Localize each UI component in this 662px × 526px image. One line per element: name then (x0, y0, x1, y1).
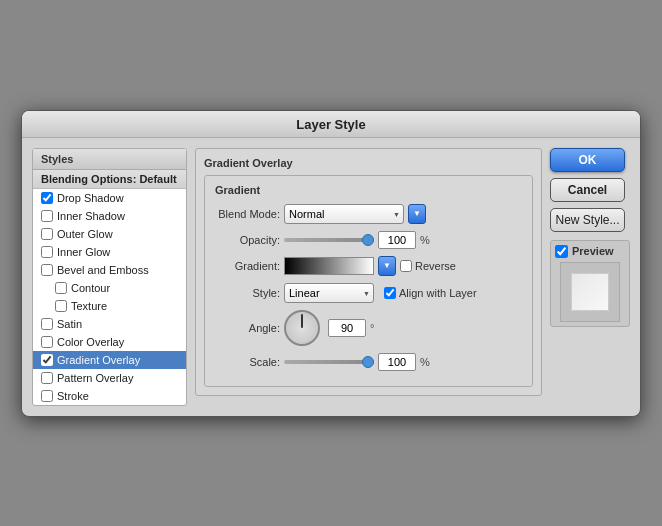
angle-wheel[interactable] (284, 310, 320, 346)
opacity-label: Opacity: (215, 234, 280, 246)
contour-item[interactable]: Contour (33, 279, 186, 297)
inner-glow-label: Inner Glow (57, 246, 110, 258)
opacity-row: Opacity: % (215, 231, 522, 249)
outer-glow-label: Outer Glow (57, 228, 113, 240)
gradient-arrow[interactable]: ▼ (378, 256, 396, 276)
reverse-checkbox[interactable] (400, 260, 412, 272)
preview-canvas (560, 262, 620, 322)
texture-label: Texture (71, 300, 107, 312)
blend-mode-select[interactable]: Normal Dissolve Multiply Screen Overlay (284, 204, 404, 224)
ok-button[interactable]: OK (550, 148, 625, 172)
preview-label: Preview (572, 245, 614, 257)
reverse-label[interactable]: Reverse (400, 260, 456, 272)
inner-glow-checkbox[interactable] (41, 246, 53, 258)
pattern-overlay-label: Pattern Overlay (57, 372, 133, 384)
gradient-overlay-item[interactable]: Gradient Overlay (33, 351, 186, 369)
satin-item[interactable]: Satin (33, 315, 186, 333)
satin-label: Satin (57, 318, 82, 330)
inner-shadow-item[interactable]: Inner Shadow (33, 207, 186, 225)
gradient-overlay-label: Gradient Overlay (57, 354, 140, 366)
opacity-input[interactable] (378, 231, 416, 249)
left-panel: Styles Blending Options: Default Drop Sh… (32, 148, 187, 406)
drop-shadow-checkbox[interactable] (41, 192, 53, 204)
cancel-button[interactable]: Cancel (550, 178, 625, 202)
bevel-emboss-checkbox[interactable] (41, 264, 53, 276)
pattern-overlay-checkbox[interactable] (41, 372, 53, 384)
preview-label-row: Preview (555, 245, 625, 258)
texture-checkbox[interactable] (55, 300, 67, 312)
stroke-label: Stroke (57, 390, 89, 402)
blend-mode-label: Blend Mode: (215, 208, 280, 220)
scale-slider[interactable] (284, 360, 374, 364)
color-overlay-item[interactable]: Color Overlay (33, 333, 186, 351)
style-label: Style: (215, 287, 280, 299)
pattern-overlay-item[interactable]: Pattern Overlay (33, 369, 186, 387)
section-title: Gradient Overlay (204, 157, 533, 169)
outer-glow-checkbox[interactable] (41, 228, 53, 240)
blend-mode-row: Blend Mode: Normal Dissolve Multiply Scr… (215, 204, 522, 224)
bevel-emboss-label: Bevel and Emboss (57, 264, 149, 276)
contour-checkbox[interactable] (55, 282, 67, 294)
gradient-row: Gradient: ▼ Reverse (215, 256, 522, 276)
align-layer-checkbox[interactable] (384, 287, 396, 299)
drop-shadow-label: Drop Shadow (57, 192, 124, 204)
blend-mode-arrow[interactable]: ▼ (408, 204, 426, 224)
center-panel: Gradient Overlay Gradient Blend Mode: No… (195, 148, 542, 406)
scale-input[interactable] (378, 353, 416, 371)
style-row: Style: Linear Radial Angle Reflected Dia… (215, 283, 522, 303)
gradient-label: Gradient: (215, 260, 280, 272)
align-layer-label[interactable]: Align with Layer (384, 287, 477, 299)
angle-row: Angle: ° (215, 310, 522, 346)
gradient-swatch[interactable] (284, 257, 374, 275)
inner-glow-item[interactable]: Inner Glow (33, 243, 186, 261)
drop-shadow-item[interactable]: Drop Shadow (33, 189, 186, 207)
styles-list: Blending Options: Default Drop Shadow In… (33, 170, 186, 405)
gradient-subsection: Gradient Blend Mode: Normal Dissolve Mul… (204, 175, 533, 387)
preview-checkbox[interactable] (555, 245, 568, 258)
outer-glow-item[interactable]: Outer Glow (33, 225, 186, 243)
right-panel: OK Cancel New Style... Preview (550, 148, 630, 406)
scale-label: Scale: (215, 356, 280, 368)
color-overlay-label: Color Overlay (57, 336, 124, 348)
layer-style-dialog: Layer Style Styles Blending Options: Def… (21, 110, 641, 417)
satin-checkbox[interactable] (41, 318, 53, 330)
subsection-title: Gradient (215, 184, 522, 196)
blend-mode-select-wrapper: Normal Dissolve Multiply Screen Overlay (284, 204, 404, 224)
style-select-wrapper: Linear Radial Angle Reflected Diamond (284, 283, 374, 303)
opacity-slider[interactable] (284, 238, 374, 242)
angle-input[interactable] (328, 319, 366, 337)
inner-shadow-checkbox[interactable] (41, 210, 53, 222)
styles-panel-title: Styles (33, 149, 186, 170)
gradient-overlay-section: Gradient Overlay Gradient Blend Mode: No… (195, 148, 542, 396)
gradient-overlay-checkbox[interactable] (41, 354, 53, 366)
color-overlay-checkbox[interactable] (41, 336, 53, 348)
contour-label: Contour (71, 282, 110, 294)
texture-item[interactable]: Texture (33, 297, 186, 315)
angle-unit: ° (370, 322, 374, 334)
scale-row: Scale: % (215, 353, 522, 371)
stroke-checkbox[interactable] (41, 390, 53, 402)
inner-shadow-label: Inner Shadow (57, 210, 125, 222)
reverse-text: Reverse (415, 260, 456, 272)
new-style-button[interactable]: New Style... (550, 208, 625, 232)
align-layer-text: Align with Layer (399, 287, 477, 299)
scale-unit: % (420, 356, 430, 368)
dialog-title: Layer Style (22, 111, 640, 138)
blending-options-item[interactable]: Blending Options: Default (33, 170, 186, 189)
preview-section: Preview (550, 240, 630, 327)
angle-label: Angle: (215, 322, 280, 334)
stroke-item[interactable]: Stroke (33, 387, 186, 405)
bevel-emboss-item[interactable]: Bevel and Emboss (33, 261, 186, 279)
opacity-unit: % (420, 234, 430, 246)
style-select[interactable]: Linear Radial Angle Reflected Diamond (284, 283, 374, 303)
blending-options-label: Blending Options: Default (41, 173, 177, 185)
preview-inner (571, 273, 609, 311)
